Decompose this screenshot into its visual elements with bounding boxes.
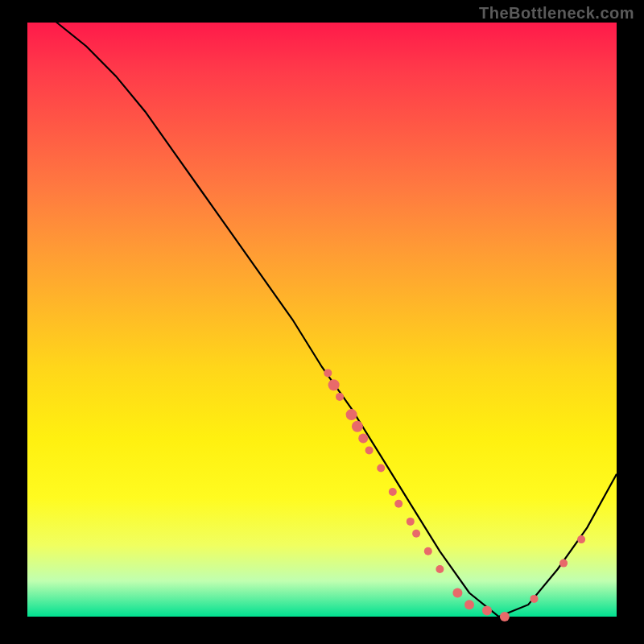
chart-marker	[352, 421, 363, 432]
chart-marker	[365, 446, 374, 454]
chart-marker	[394, 500, 402, 508]
chart-svg	[27, 23, 617, 617]
chart-marker	[577, 535, 585, 543]
bottleneck-curve-path	[27, 0, 617, 617]
chart-marker	[500, 612, 510, 621]
chart-marker	[452, 588, 462, 598]
watermark-text: TheBottleneck.com	[479, 4, 634, 23]
chart-marker	[412, 530, 420, 538]
chart-marker	[436, 565, 444, 573]
chart-marker	[328, 379, 340, 390]
chart-marker	[358, 434, 368, 444]
chart-marker	[324, 369, 332, 377]
chart-marker	[559, 559, 568, 568]
chart-marker	[530, 595, 539, 603]
chart-marker	[377, 464, 385, 473]
chart-marker	[346, 409, 357, 420]
chart-marker	[389, 488, 397, 496]
chart-marker	[424, 547, 432, 555]
chart-marker	[407, 518, 415, 526]
chart-marker	[336, 393, 344, 401]
chart-marker	[482, 606, 492, 616]
chart-plot-area	[27, 23, 617, 617]
chart-marker	[464, 600, 474, 609]
